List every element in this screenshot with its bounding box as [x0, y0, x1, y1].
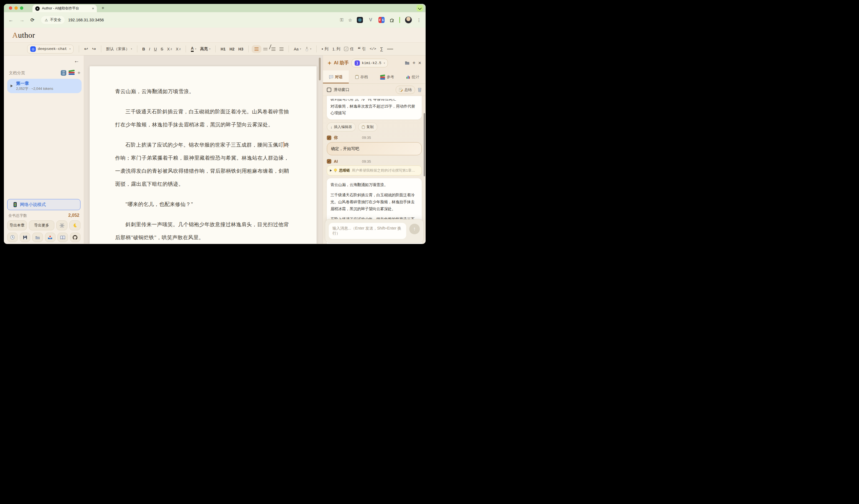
- copy-button[interactable]: 复制: [358, 123, 377, 131]
- sessions-folder-button[interactable]: [405, 61, 409, 65]
- send-button[interactable]: ↑: [409, 224, 420, 234]
- h3-button[interactable]: H3: [236, 46, 245, 52]
- italic-button[interactable]: I: [147, 46, 152, 52]
- hr-icon: [387, 49, 393, 49]
- github-button[interactable]: [70, 233, 80, 242]
- browser-menu-icon[interactable]: ⋮: [417, 17, 421, 23]
- model-selector[interactable]: ◎ deepseek-chat ▾: [27, 45, 74, 53]
- sliding-window-checkbox[interactable]: [327, 88, 331, 92]
- horizontal-rule-button[interactable]: [385, 48, 395, 50]
- new-tab-button[interactable]: +: [102, 5, 104, 11]
- novel-mode-button[interactable]: 网络小说模式: [7, 199, 80, 210]
- formula-button[interactable]: ∑: [378, 46, 385, 53]
- expand-triangle-icon[interactable]: [11, 84, 13, 87]
- browser-tab[interactable]: ▲ Author - AI辅助创作平台 ×: [32, 5, 97, 12]
- tab-search-button[interactable]: [417, 5, 423, 11]
- editor-paragraph[interactable]: 三千级通天石阶斜插云霄，白玉砌就的阶面泛着冷光。山风卷着碎雪抽打在少年脸颊，林逸…: [115, 105, 291, 131]
- task-list-button[interactable]: ✓任: [342, 46, 356, 53]
- redo-button[interactable]: ↪: [90, 45, 98, 53]
- browser-profile-avatar[interactable]: [405, 16, 412, 23]
- editor-paragraph[interactable]: 石阶上挤满了应试的少年。锦衣华服的世家子三五成群，腰间玉佩叮咚作响；寒门子弟紧攥…: [115, 139, 291, 191]
- window-controls[interactable]: [9, 6, 23, 10]
- bullet-icon: •: [321, 48, 323, 50]
- superscript-button[interactable]: X2: [165, 46, 174, 52]
- insert-to-editor-button[interactable]: ↓插入编辑器: [327, 123, 356, 131]
- strikethrough-button[interactable]: S: [159, 46, 165, 52]
- close-panel-button[interactable]: ×: [418, 60, 421, 66]
- new-chat-button[interactable]: +: [412, 60, 415, 66]
- undo-button[interactable]: ↩: [82, 45, 90, 53]
- spacing-large-button[interactable]: [277, 46, 286, 52]
- tab-reference[interactable]: 参考: [374, 70, 400, 83]
- tab-close-icon[interactable]: ×: [92, 6, 94, 11]
- collapse-sidebar-button[interactable]: ←: [74, 58, 79, 64]
- blockquote-button[interactable]: “引: [356, 46, 367, 53]
- message-input[interactable]: [329, 223, 406, 239]
- editor-paragraph[interactable]: 斜刺里传来一声嗤笑。几个锦袍少年故意撞过林逸肩头，目光扫过他背后那柄"破铜烂铁"…: [115, 218, 291, 244]
- tab-stats[interactable]: 统计: [400, 70, 426, 83]
- editor-scrollbar[interactable]: [319, 58, 321, 80]
- document-pages-title: 文档分页: [9, 70, 61, 76]
- export-more-button[interactable]: 导出更多: [29, 220, 55, 231]
- bullet-list-button[interactable]: •列: [320, 46, 330, 53]
- chapter-list-item-selected[interactable]: 第一章 2,052字 · ~2,044 tokens: [7, 79, 81, 93]
- add-chapter-button[interactable]: +: [77, 70, 80, 76]
- ai-message-checkbox[interactable]: ✓: [327, 159, 331, 163]
- line-height-button-active[interactable]: [252, 45, 261, 53]
- subscript-button[interactable]: X2: [174, 46, 183, 52]
- summarize-button[interactable]: 总结: [396, 86, 415, 94]
- underline-button[interactable]: U: [152, 46, 159, 52]
- ai-message-time: 09:35: [362, 159, 371, 163]
- h1-button[interactable]: H1: [218, 46, 227, 52]
- editor-paragraph[interactable]: 青云山巅，云海翻涌如万顷雪浪。: [115, 85, 291, 98]
- ai-message-header: ✓ AI 09:35: [327, 159, 422, 163]
- forward-button[interactable]: →: [19, 17, 25, 23]
- books-icon[interactable]: [69, 70, 75, 76]
- site-security-chip[interactable]: ⚠ 不安全: [41, 16, 65, 24]
- font-color-button[interactable]: A▾: [189, 45, 198, 53]
- chain-of-thought-toggle[interactable]: 思维链 用户希望我根据之前的讨论撰写第1章正文。关键要...: [327, 166, 422, 175]
- highlight-button[interactable]: 高亮▾: [198, 46, 212, 53]
- react-devtools-icon[interactable]: [357, 17, 363, 23]
- export-chapter-button[interactable]: 导出本章: [7, 220, 27, 231]
- h2-button[interactable]: H2: [227, 46, 236, 52]
- minimize-window-button[interactable]: [14, 6, 18, 10]
- extensions-puzzle-icon[interactable]: [389, 17, 394, 23]
- close-window-button[interactable]: [9, 6, 12, 10]
- password-key-icon[interactable]: ⚿: [340, 17, 343, 22]
- settings-button[interactable]: [56, 220, 67, 231]
- text-style-select[interactable]: Aa▾: [292, 46, 303, 52]
- user-message-checkbox[interactable]: ✓: [327, 136, 331, 140]
- clear-chat-button[interactable]: [418, 88, 422, 92]
- chevron-down-icon: ▾: [195, 48, 196, 50]
- read-mode-button[interactable]: [57, 233, 68, 242]
- document-page[interactable]: 青云山巅，云海翻涌如万顷雪浪。 三千级通天石阶斜插云霄，白玉砌就的阶面泛着冷光。…: [90, 66, 317, 244]
- tab-chat[interactable]: 对话: [323, 70, 349, 83]
- spacing-slash-button[interactable]: [269, 46, 277, 52]
- numbered-list-button[interactable]: 1.列: [330, 46, 342, 53]
- save-button[interactable]: [20, 233, 30, 242]
- open-folder-button[interactable]: [32, 233, 43, 242]
- import-button[interactable]: [45, 233, 56, 242]
- format-paint-button[interactable]: ▾: [303, 46, 313, 52]
- reload-button[interactable]: ⟳: [31, 17, 34, 23]
- spacing-small-button[interactable]: [261, 47, 269, 51]
- history-button[interactable]: [7, 233, 18, 242]
- chat-scrollbar[interactable]: [424, 113, 425, 176]
- chat-controls-row: 滑动窗口 总结: [323, 84, 426, 96]
- bold-button[interactable]: B: [140, 46, 147, 52]
- fe-extension-icon[interactable]: FE: [378, 17, 385, 23]
- word-count-icon[interactable]: 12 34: [61, 70, 66, 76]
- sidebar: ← 文档分页 12 34 + 第一章 2,052字 · ~2,044 token…: [4, 56, 84, 244]
- code-button[interactable]: </>: [367, 46, 378, 52]
- bookmark-star-icon[interactable]: ☆: [348, 17, 352, 23]
- ai-model-selector[interactable]: ) kimi-k2.5 ▾: [351, 59, 388, 67]
- vue-devtools-icon[interactable]: V: [367, 17, 374, 23]
- tab-archive[interactable]: 存档: [349, 70, 375, 83]
- editor-paragraph[interactable]: "哪来的乞儿，也配来修仙？": [115, 198, 291, 211]
- dark-mode-button[interactable]: [69, 220, 80, 231]
- zoom-window-button[interactable]: [20, 6, 23, 10]
- font-family-select[interactable]: 默认（宋体）▾: [104, 46, 134, 53]
- back-button[interactable]: ←: [8, 17, 13, 23]
- url-text[interactable]: 192.168.31.33:3456: [68, 18, 340, 22]
